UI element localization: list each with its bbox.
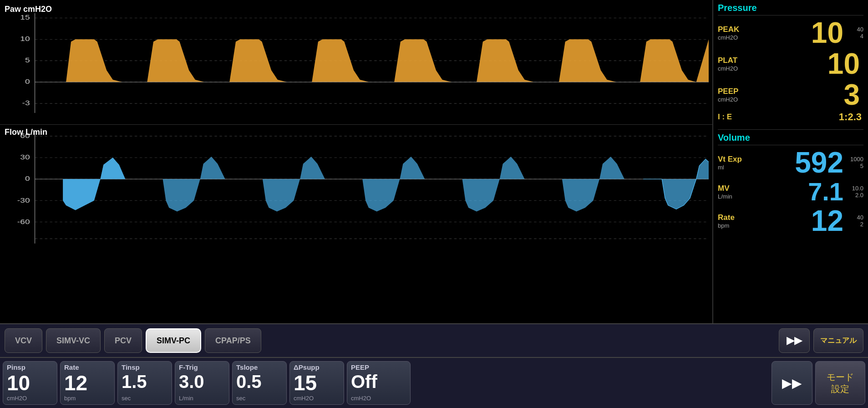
- rate-display-label: Rate: [718, 213, 759, 222]
- param-peep-value: Off: [351, 372, 377, 391]
- rate-limit-low: 2: [860, 221, 863, 228]
- volume-section-title: Volume: [718, 133, 863, 145]
- param-tslope-label: Tslope: [236, 363, 258, 372]
- param-tslope-unit: sec: [236, 395, 245, 402]
- peep-display-unit: cmH2O: [718, 96, 759, 103]
- peep-display-row: PEEP cmH2O 3: [718, 80, 863, 109]
- rate-display-row: Rate bpm 12 40 2: [718, 206, 863, 235]
- pressure-waveform-panel: Paw cmH2O 15 10 5 0 -3: [0, 2, 712, 125]
- mv-limit-low: 2.0: [855, 192, 863, 199]
- mode-simvvc-btn[interactable]: SIMV-VC: [46, 328, 101, 353]
- vtexp-limit-low: 5: [860, 163, 863, 169]
- param-ftrig-label: F-Trig: [179, 363, 198, 372]
- data-panel: Pressure PEAK cmH2O 10 40 4 PLAT cmH2O 1…: [713, 0, 868, 323]
- vtexp-row: Vt Exp ml 592 1000 5: [718, 148, 863, 177]
- mv-unit: L/min: [718, 193, 759, 200]
- svg-text:-60: -60: [17, 218, 30, 225]
- flow-waveform-title: Flow L/min: [5, 128, 47, 137]
- mode-cpapps-btn[interactable]: CPAP/PS: [205, 328, 261, 353]
- plat-label: PLAT: [718, 56, 759, 65]
- param-dpsupp-btn[interactable]: ΔPsupp 15 cmH2O: [289, 361, 344, 405]
- svg-text:-30: -30: [17, 197, 30, 204]
- pressure-waveform-title: Paw cmH2O: [5, 5, 52, 14]
- peak-limit-high: 40: [857, 26, 863, 33]
- param-pinsp-label: Pinsp: [7, 363, 25, 372]
- param-modeset-label: モード 設定: [827, 371, 854, 395]
- flow-waveform-panel: Flow L/min 60 30 0 -30 -60: [0, 125, 712, 248]
- svg-text:30: 30: [20, 153, 30, 161]
- param-tslope-value: 0.5: [236, 372, 262, 391]
- param-tinsp-value: 1.5: [122, 372, 147, 391]
- rate-limit-high: 40: [857, 214, 863, 221]
- param-peep-label: PEEP: [351, 363, 369, 372]
- param-pinsp-unit: cmH2O: [7, 395, 27, 402]
- param-modeset-btn[interactable]: モード 設定: [815, 361, 865, 405]
- mv-value: 7.1: [759, 179, 847, 204]
- param-peep-unit: cmH2O: [351, 395, 371, 402]
- param-pinsp-value: 10: [7, 372, 30, 393]
- param-peep-btn[interactable]: PEEP Off cmH2O: [347, 361, 411, 405]
- peak-label: PEAK: [718, 25, 759, 34]
- mv-label: MV: [718, 184, 759, 193]
- param-tinsp-unit: sec: [122, 395, 131, 402]
- param-arrow-btn[interactable]: ▶▶: [772, 361, 812, 405]
- rate-display-unit: bpm: [718, 222, 759, 229]
- params-bar: Pinsp 10 cmH2O Rate 12 bpm Tinsp 1.5 sec…: [0, 358, 868, 408]
- param-rate-unit: bpm: [64, 395, 76, 402]
- mode-bar: VCV SIMV-VC PCV SIMV-PC CPAP/PS ▶▶ マニュアル: [0, 323, 868, 358]
- vtexp-unit: ml: [718, 164, 759, 171]
- mode-simvpc-btn[interactable]: SIMV-PC: [146, 328, 201, 353]
- param-rate-value: 12: [64, 372, 87, 393]
- svg-text:5: 5: [25, 57, 30, 64]
- svg-text:0: 0: [25, 175, 30, 183]
- ie-label: I : E: [718, 112, 759, 122]
- pressure-section-title: Pressure: [718, 3, 863, 15]
- param-tinsp-label: Tinsp: [122, 363, 140, 372]
- rate-display-value: 12: [759, 206, 847, 235]
- main-display: Paw cmH2O 15 10 5 0 -3: [0, 0, 868, 323]
- param-ftrig-value: 3.0: [179, 372, 204, 391]
- mv-limit-high: 10.0: [852, 185, 863, 192]
- peep-display-label: PEEP: [718, 87, 759, 96]
- peak-value: 10: [759, 18, 847, 47]
- vtexp-value: 592: [759, 148, 847, 177]
- param-tinsp-btn[interactable]: Tinsp 1.5 sec: [117, 361, 172, 405]
- svg-text:0: 0: [25, 78, 30, 86]
- param-dpsupp-value: 15: [294, 372, 317, 393]
- plat-value: 10: [759, 49, 863, 78]
- svg-text:-3: -3: [22, 100, 30, 107]
- mode-manual-btn[interactable]: マニュアル: [813, 328, 863, 353]
- mv-row: MV L/min 7.1 10.0 2.0: [718, 179, 863, 204]
- param-rate-btn[interactable]: Rate 12 bpm: [60, 361, 115, 405]
- peep-display-value: 3: [759, 80, 863, 109]
- svg-text:15: 15: [20, 14, 30, 21]
- svg-text:10: 10: [20, 36, 30, 43]
- mode-arrow-btn[interactable]: ▶▶: [779, 328, 810, 353]
- plat-row: PLAT cmH2O 10: [718, 49, 863, 78]
- flow-waveform-svg: 60 30 0 -30 -60: [4, 127, 709, 246]
- waveform-area: Paw cmH2O 15 10 5 0 -3: [0, 0, 713, 323]
- param-dpsupp-label: ΔPsupp: [294, 363, 320, 372]
- param-pinsp-btn[interactable]: Pinsp 10 cmH2O: [3, 361, 57, 405]
- mode-vcv-btn[interactable]: VCV: [5, 328, 42, 353]
- ie-row: I : E 1:2.3: [718, 111, 863, 123]
- param-tslope-btn[interactable]: Tslope 0.5 sec: [232, 361, 287, 405]
- ie-value: 1:2.3: [759, 111, 863, 123]
- vtexp-limit-high: 1000: [850, 156, 863, 163]
- pressure-waveform-svg: 15 10 5 0 -3: [4, 4, 709, 122]
- param-dpsupp-unit: cmH2O: [294, 395, 314, 402]
- peak-limit-low: 4: [860, 33, 863, 40]
- param-ftrig-btn[interactable]: F-Trig 3.0 L/min: [175, 361, 229, 405]
- vtexp-label: Vt Exp: [718, 155, 759, 164]
- param-rate-label: Rate: [64, 363, 79, 372]
- param-arrow-icon: ▶▶: [782, 376, 802, 391]
- mode-pcv-btn[interactable]: PCV: [104, 328, 142, 353]
- peak-unit: cmH2O: [718, 34, 759, 41]
- section-divider: [718, 129, 863, 130]
- peak-row: PEAK cmH2O 10 40 4: [718, 18, 863, 47]
- param-ftrig-unit: L/min: [179, 395, 193, 402]
- plat-unit: cmH2O: [718, 65, 759, 72]
